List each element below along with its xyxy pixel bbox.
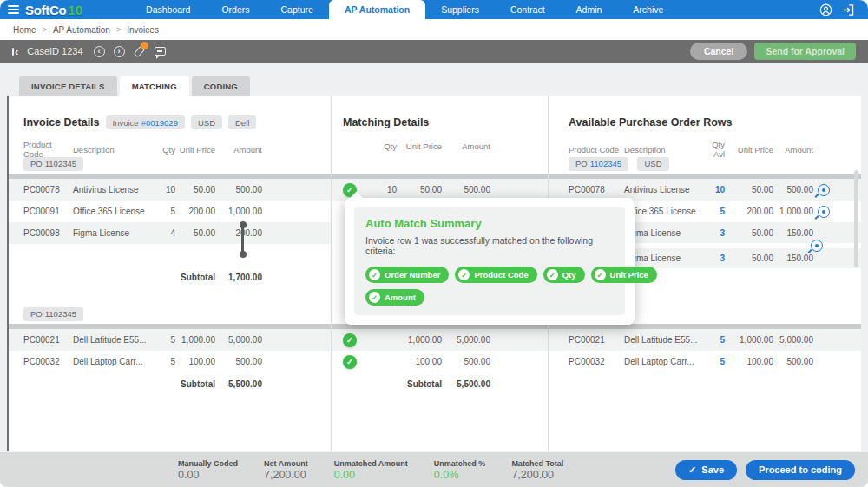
po-badge-row: PO 1102345 [9,152,331,171]
proceed-to-coding-button[interactable]: Proceed to coding [746,460,855,480]
po-badge: PO 1102345 [23,307,83,321]
previous-icon[interactable]: ‹ [94,46,105,57]
invoice-table-header: Product Code Description Qty Unit Price … [9,140,331,152]
nav-item-dashboard[interactable]: Dashboard [130,0,206,19]
row-link-drag-handle[interactable] [241,225,244,254]
invoice-badge-label: Invoice [113,118,139,128]
nav-item-orders[interactable]: Orders [206,0,265,19]
col-header: Amount [773,145,813,155]
matching-row[interactable]: ✓ 100.00 500.00 [332,351,548,372]
case-id-label: CaseID 1234 [27,46,82,56]
po-row[interactable]: PC00032 Dell Laptop Carr... 5 100.00 500… [549,351,861,372]
zoom-icon[interactable] [818,206,830,218]
criteria-label: Unit Price [610,270,648,280]
cell-description: Dell Laptop Carr... [624,357,702,366]
breadcrumb-home[interactable]: Home [13,25,36,35]
invoice-badge-number: #0019029 [141,118,178,128]
nav-item-suppliers[interactable]: Suppliers [425,0,495,19]
stat-label: Net Amount [264,459,308,468]
tab-matching[interactable]: MATCHING [120,76,189,96]
user-account-icon[interactable] [819,3,832,16]
vertical-scrollbar[interactable] [854,170,858,267]
invoice-row[interactable]: PC00091 Office 365 License 5 200.00 1,00… [9,201,331,222]
cell-unit-price: 200.00 [725,207,773,216]
cell-description: Office 365 License [624,207,702,216]
nav-item-admin[interactable]: Admin [561,0,618,19]
cell-product-code: PC00091 [23,207,73,216]
col-header: Qty [151,145,175,155]
next-icon[interactable]: › [114,46,125,57]
cell-description: Antivirus License [73,185,151,194]
badge-row-spacer [332,152,548,171]
matching-details-title: Matching Details [332,114,548,131]
cell-product-code: PC00078 [23,185,73,194]
po-row[interactable]: PC00021 Dell Latitude E55... 5 1,000.00 … [549,329,861,351]
cell-description: Figma License [624,253,702,263]
po-badge-number: 1102345 [45,159,76,168]
cell-amount: 500.00 [442,185,490,194]
nav-item-archive[interactable]: Archive [617,0,679,19]
invoice-details-column: Invoice Details Invoice #0019029 USD Del… [9,96,331,451]
nav-item-capture[interactable]: Capture [266,0,329,19]
hamburger-menu-icon[interactable] [8,5,19,14]
check-icon: ✓ [458,269,470,280]
criteria-label: Order Number [385,270,440,280]
tab-coding[interactable]: CODING [192,76,250,96]
logout-icon[interactable] [842,3,855,16]
available-po-title: Available Purchase Order Rows [549,114,861,131]
zoom-icon[interactable] [818,184,830,196]
stat-label: Matched Total [511,459,563,468]
cell-unit-price: 100.00 [397,357,442,366]
section-title: Matching Details [343,116,429,128]
check-circle-icon[interactable]: ✓ [343,355,357,369]
criteria-label: Amount [385,293,416,302]
breadcrumb: Home > AP Automation > Invoices [0,19,868,40]
breadcrumb-ap-automation[interactable]: AP Automation [53,25,110,35]
nav-item-ap-automation[interactable]: AP Automation [329,0,425,19]
invoice-row[interactable]: PC00032 Dell Laptop Carr... 5 100.00 500… [9,351,331,372]
cancel-button[interactable]: Cancel [690,43,747,60]
cell-description: Dell Latitude E55... [73,335,151,345]
cell-unit-price: 1,000.00 [175,335,215,345]
col-header: Description [624,145,702,155]
stat-value: 0.0% [434,469,486,481]
footer-bar: Manually Coded 0.00 Net Amount 7,200.00 … [0,452,868,487]
zoom-icon[interactable] [811,240,823,252]
stat-matched-total: Matched Total 7,200.00 [511,459,563,481]
check-circle-icon[interactable]: ✓ [343,333,357,347]
stat-unmatched-amount: Unmatched Amount 0.00 [334,459,408,481]
supplier-badge: Dell [228,115,256,129]
section-title: Available Purchase Order Rows [569,116,733,128]
go-to-first-icon[interactable]: ‹ [12,48,18,56]
cell-unit-price: 1,000.00 [397,335,442,345]
breadcrumb-invoices[interactable]: Invoices [127,25,159,35]
invoice-row[interactable]: PC00098 Figma License 4 50.00 200.00 [9,222,331,244]
invoice-row-empty[interactable] [9,244,331,266]
invoice-row[interactable]: PC00078 Antivirus License 10 50.00 500.0… [9,179,331,201]
cell-unit-price: 50.00 [397,185,442,194]
invoice-row[interactable]: PC00021 Dell Latitude E55... 5 1,000.00 … [9,329,331,351]
send-for-approval-button[interactable]: Send for Approval [754,43,856,60]
cell-unit-price: 1,000.00 [725,335,773,345]
stat-net-amount: Net Amount 7,200.00 [264,459,308,481]
footer-stats: Manually Coded 0.00 Net Amount 7,200.00 … [178,459,563,481]
matching-row[interactable]: ✓ 1,000.00 5,000.00 [332,329,548,351]
po-badge: PO 1102345 [23,157,83,171]
criteria-label: Qty [562,270,576,280]
col-header: Amount [442,141,490,151]
save-button[interactable]: ✓ Save [675,460,737,480]
check-icon: ✓ [595,269,606,280]
paperclip-icon[interactable] [134,44,146,58]
nav-item-contract[interactable]: Contract [495,0,561,19]
subtotal-label: Subtotal [397,379,442,389]
cell-amount: 500.00 [215,357,262,366]
check-icon: ✓ [369,269,380,280]
comment-icon[interactable] [155,47,166,56]
top-nav: SoftCo 10 Dashboard Orders Capture AP Au… [0,0,868,19]
cell-unit-price: 50.00 [725,228,773,238]
criteria-pill: ✓ Unit Price [591,267,657,283]
cell-product-code: PC00078 [569,185,624,194]
tab-invoice-details[interactable]: INVOICE DETAILS [19,76,117,96]
invoice-number-badge: Invoice #0019029 [106,115,185,129]
cell-description: Office 365 License [73,207,151,216]
